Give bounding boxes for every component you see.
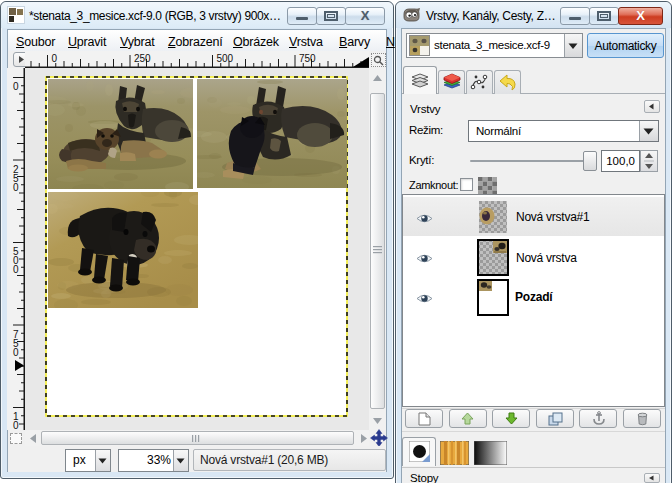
svg-text:0: 0: [52, 53, 58, 64]
svg-text:500: 500: [217, 53, 234, 64]
svg-text:0: 0: [13, 264, 19, 275]
svg-text:750: 750: [299, 53, 316, 64]
svg-text:0: 0: [13, 182, 19, 193]
svg-text:0: 0: [13, 347, 19, 358]
svg-text:0: 0: [13, 429, 19, 430]
svg-text:0: 0: [13, 81, 19, 92]
svg-text:250: 250: [134, 53, 151, 64]
